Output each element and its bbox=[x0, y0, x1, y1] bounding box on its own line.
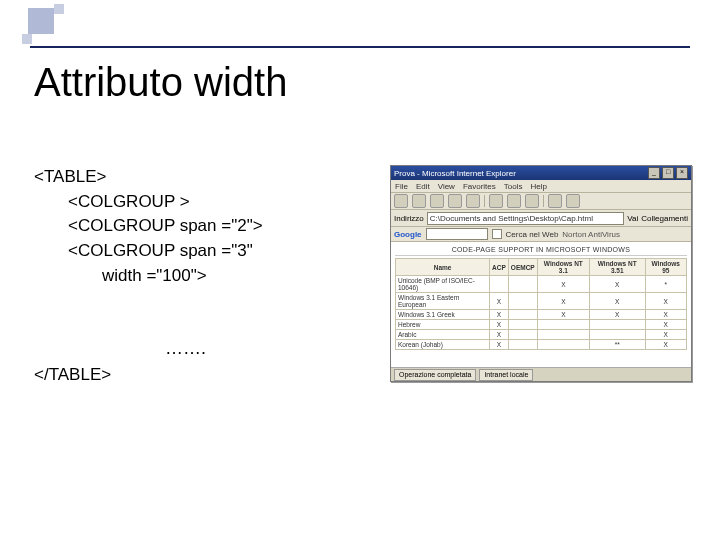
refresh-button[interactable] bbox=[448, 194, 462, 208]
menu-item[interactable]: Edit bbox=[416, 182, 430, 191]
window-titlebar: Prova - Microsoft Internet Explorer _ □ … bbox=[391, 166, 691, 180]
code-line: <TABLE> bbox=[34, 165, 263, 190]
page-content: CODE-PAGE SUPPORT IN MICROSOFT WINDOWS N… bbox=[391, 242, 691, 380]
history-button[interactable] bbox=[525, 194, 539, 208]
table-row: ArabicXX bbox=[396, 330, 687, 340]
menu-item[interactable]: Tools bbox=[504, 182, 523, 191]
menu-item[interactable]: Help bbox=[530, 182, 546, 191]
col-header: Windows NT 3.1 bbox=[537, 259, 589, 276]
col-header: Windows 95 bbox=[645, 259, 687, 276]
favorites-button[interactable] bbox=[507, 194, 521, 208]
table-row: Windows 3.1 Eastern EuropeanXXXX bbox=[396, 293, 687, 310]
google-logo[interactable]: Google bbox=[394, 230, 422, 239]
col-header: ACP bbox=[490, 259, 509, 276]
menu-item[interactable]: File bbox=[395, 182, 408, 191]
code-line: width ="100"> bbox=[34, 264, 263, 289]
toolbar bbox=[391, 193, 691, 210]
norton-label: Norton AntiVirus bbox=[562, 230, 620, 239]
forward-button[interactable] bbox=[412, 194, 426, 208]
close-button[interactable]: × bbox=[676, 167, 688, 179]
status-bar: Operazione completata Intranet locale bbox=[391, 367, 691, 381]
code-line: <COLGROUP > bbox=[34, 190, 263, 215]
back-button[interactable] bbox=[394, 194, 408, 208]
window-title: Prova - Microsoft Internet Explorer bbox=[394, 169, 516, 178]
google-search-input[interactable] bbox=[426, 228, 488, 240]
code-line: <COLGROUP span ="2"> bbox=[34, 214, 263, 239]
table-row: Unicode (BMP of ISO/IEC-10646)XX* bbox=[396, 276, 687, 293]
data-table: Name ACP OEMCP Windows NT 3.1 Windows NT… bbox=[395, 258, 687, 350]
stop-button[interactable] bbox=[430, 194, 444, 208]
zone-label: Intranet locale bbox=[479, 369, 533, 381]
page-heading: CODE-PAGE SUPPORT IN MICROSOFT WINDOWS bbox=[395, 246, 687, 256]
table-header-row: Name ACP OEMCP Windows NT 3.1 Windows NT… bbox=[396, 259, 687, 276]
status-text: Operazione completata bbox=[394, 369, 476, 381]
address-bar: Indirizzo C:\Documents and Settings\Desk… bbox=[391, 210, 691, 227]
code-line: <COLGROUP span ="3" bbox=[34, 239, 263, 264]
search-button[interactable] bbox=[489, 194, 503, 208]
col-header: Windows NT 3.51 bbox=[589, 259, 645, 276]
col-header: OEMCP bbox=[508, 259, 537, 276]
address-label: Indirizzo bbox=[394, 214, 424, 223]
col-header: Name bbox=[396, 259, 490, 276]
mail-button[interactable] bbox=[548, 194, 562, 208]
links-label: Collegamenti bbox=[641, 214, 688, 223]
table-row: Windows 3.1 GreekXXXX bbox=[396, 310, 687, 320]
table-row: Korean (Johab)X**X bbox=[396, 340, 687, 350]
search-web-label: Cerca nel Web bbox=[506, 230, 559, 239]
google-toolbar: Google Cerca nel Web Norton AntiVirus bbox=[391, 227, 691, 242]
code-ellipsis: ……. bbox=[165, 338, 206, 359]
home-button[interactable] bbox=[466, 194, 480, 208]
maximize-button[interactable]: □ bbox=[662, 167, 674, 179]
minimize-button[interactable]: _ bbox=[648, 167, 660, 179]
title-divider bbox=[30, 46, 690, 48]
table-row: HebrewXX bbox=[396, 320, 687, 330]
search-web-checkbox[interactable] bbox=[492, 229, 502, 239]
go-button[interactable]: Vai bbox=[627, 214, 638, 223]
menu-item[interactable]: Favorites bbox=[463, 182, 496, 191]
print-button[interactable] bbox=[566, 194, 580, 208]
menu-bar: File Edit View Favorites Tools Help bbox=[391, 180, 691, 193]
menu-item[interactable]: View bbox=[438, 182, 455, 191]
code-block: <TABLE> <COLGROUP > <COLGROUP span ="2">… bbox=[34, 165, 263, 288]
code-line: </TABLE> bbox=[34, 365, 111, 385]
browser-window: Prova - Microsoft Internet Explorer _ □ … bbox=[390, 165, 692, 382]
slide-title: Attributo width bbox=[34, 60, 287, 105]
address-input[interactable]: C:\Documents and Settings\Desktop\Cap.ht… bbox=[427, 212, 625, 225]
